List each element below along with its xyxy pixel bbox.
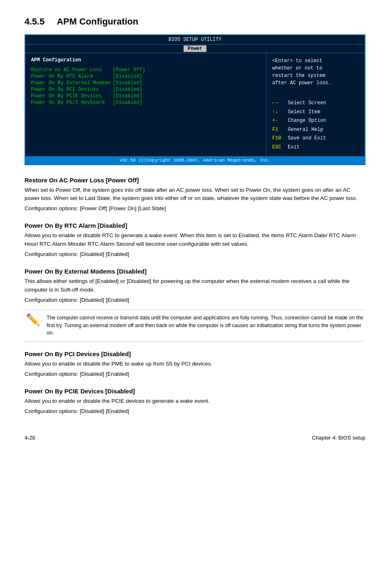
bios-key-symbol: F1 (272, 126, 285, 135)
content-section-2: Power On By External Modems [Disabled]Th… (25, 268, 365, 341)
subsection-body: Allows you to enable or disable the PCIE… (25, 397, 365, 406)
subsection-title: Power On By RTC Alarm [Disabled] (25, 222, 365, 229)
bios-key-symbol: +- (272, 117, 285, 126)
subsection-title: Power On By External Modems [Disabled] (25, 268, 365, 275)
bios-item-value: [Disabled] (113, 93, 142, 99)
config-options: Configuration options: [Disabled] [Enabl… (25, 407, 365, 416)
subsection-body: Allows you to enable or disable the PME … (25, 360, 365, 368)
bios-key-desc: Select Screen (288, 99, 326, 108)
bios-item-row: Power On By PCIE Devices[Disabled] (31, 93, 260, 99)
bios-item-row: Restore on AC Power Loss[Power Off] (31, 67, 260, 73)
bios-key-desc: Save and Exit (288, 134, 326, 143)
bios-key-symbol: ←→ (272, 99, 285, 108)
bios-item-label: Power On By RTC Alarm (31, 74, 113, 79)
content-section-3: Power On By PCI Devices [Disabled]Allows… (25, 350, 365, 379)
bios-key-desc: Change Option (288, 117, 326, 126)
section-title: APM Configuration (57, 16, 138, 27)
content-section-4: Power On By PCIE Devices [Disabled]Allow… (25, 388, 365, 416)
config-options: Configuration options: [Disabled] [Enabl… (25, 370, 365, 379)
bios-tab-power: Power (184, 45, 206, 52)
content-section-0: Restore On AC Power Loss [Power Off]When… (25, 177, 365, 213)
bios-item-label: Power On By External Modems (31, 80, 113, 86)
bios-item-value: [Disabled] (113, 80, 142, 86)
bios-item-label: Power On By PCIE Devices (31, 93, 113, 99)
bios-header-text: BIOS SETUP UTILITY (25, 35, 365, 45)
subsection-title: Power On By PCIE Devices [Disabled] (25, 388, 365, 395)
bios-key-row: ←→Select Screen (272, 99, 359, 108)
note-text: The computer cannot receive or transmit … (47, 314, 365, 337)
config-options: Configuration options: [Disabled] [Enabl… (25, 250, 365, 259)
bios-key-row: +-Change Option (272, 117, 359, 126)
chapter-label: Chapter 4: BIOS setup (312, 435, 365, 441)
subsection-body: This allows either settings of [Enabled]… (25, 277, 365, 294)
bios-key-row: ↑↓Select Item (272, 108, 359, 117)
bios-key-desc: General Help (288, 126, 323, 135)
bios-item-label: Restore on AC Power Loss (31, 67, 113, 73)
bios-keys-list: ←→Select Screen↑↓Select Item+-Change Opt… (272, 99, 359, 152)
bios-key-row: F10Save and Exit (272, 134, 359, 143)
bios-item-value: [Disabled] (113, 74, 142, 79)
bios-item-value: [Power Off] (113, 67, 145, 73)
page-number: 4-28 (25, 435, 35, 441)
bios-item-label: Power On By PS/2 Keyboard (31, 100, 113, 105)
subsection-title: Power On By PCI Devices [Disabled] (25, 350, 365, 357)
bios-content-area: APM Configuration Restore on AC Power Lo… (25, 53, 365, 156)
bios-key-row: ESCExit (272, 143, 359, 152)
config-options: Configuration options: [Disabled] [Enabl… (25, 296, 365, 305)
bios-item-row: Power On By External Modems[Disabled] (31, 80, 260, 86)
bios-item-value: [Disabled] (113, 87, 142, 92)
config-options: Configuration options: [Power Off] [Powe… (25, 204, 365, 213)
subsection-body: Allows you to enable or disable RTC to g… (25, 231, 365, 249)
bios-screenshot: BIOS SETUP UTILITY Power APM Configurati… (25, 34, 365, 165)
subsection-body: When set to Power Off, the system goes i… (25, 186, 365, 203)
bios-item-value: [Disabled] (113, 100, 142, 105)
bios-footer-text: v02.58 (C)Copyright 1985-2007, American … (25, 156, 365, 164)
bios-item-row: Power On By RTC Alarm[Disabled] (31, 74, 260, 79)
bios-key-symbol: ESC (272, 143, 285, 152)
section-number: 4.5.5 (25, 16, 45, 27)
bios-key-desc: Select Item (288, 108, 320, 117)
content-sections: Restore On AC Power Loss [Power Off]When… (25, 177, 365, 416)
bios-key-desc: Exit (288, 143, 300, 152)
bios-item-row: Power On By PCI Devices[Disabled] (31, 87, 260, 92)
bios-item-row: Power On By PS/2 Keyboard[Disabled] (31, 100, 260, 105)
page-footer: 4-28 Chapter 4: BIOS setup (25, 432, 365, 441)
subsection-title: Restore On AC Power Loss [Power Off] (25, 177, 365, 184)
bios-key-row: F1General Help (272, 126, 359, 135)
bios-section-label: APM Configuration (31, 57, 260, 63)
bios-item-label: Power On By PCI Devices (31, 87, 113, 92)
bios-key-symbol: F10 (272, 134, 285, 143)
content-section-1: Power On By RTC Alarm [Disabled]Allows y… (25, 222, 365, 259)
bios-items-list: Restore on AC Power Loss[Power Off]Power… (31, 67, 260, 105)
bios-left-panel: APM Configuration Restore on AC Power Lo… (25, 53, 267, 156)
note-icon: ✏️ (25, 314, 41, 325)
bios-key-symbol: ↑↓ (272, 108, 285, 117)
bios-tab-row: Power (25, 45, 365, 53)
bios-help-text: <Enter> to select whether or not to rest… (272, 57, 359, 87)
note-box: ✏️The computer cannot receive or transmi… (25, 310, 365, 341)
bios-right-panel: <Enter> to select whether or not to rest… (267, 53, 365, 156)
